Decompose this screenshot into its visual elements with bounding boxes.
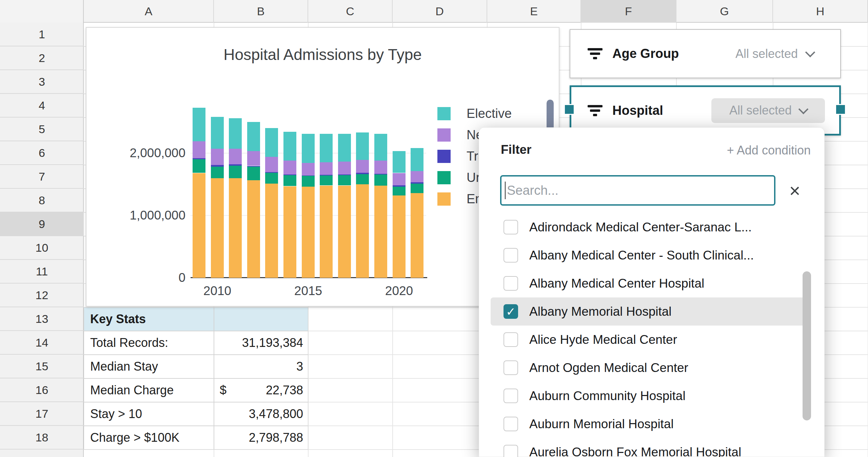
list-item[interactable]: Auburn Community Hospital: [479, 382, 825, 410]
bar-segment-urgent-2017[interactable]: [338, 175, 351, 185]
bar-segment-trauma-2017[interactable]: [338, 174, 351, 175]
bar-segment-urgent-2014[interactable]: [283, 175, 296, 186]
bar-segment-trauma-2009[interactable]: [193, 158, 205, 159]
bar-segment-newborn-2020[interactable]: [393, 173, 406, 185]
checkbox[interactable]: [504, 276, 518, 291]
row-header-2[interactable]: 2: [0, 46, 84, 70]
key-stats-value-cell[interactable]: 3: [214, 355, 308, 378]
bar-segment-newborn-2012[interactable]: [247, 151, 260, 166]
legend-item-elective[interactable]: Elective: [437, 106, 512, 121]
key-stats-value-cell[interactable]: 3,478,800: [214, 402, 308, 426]
list-item[interactable]: Arnot Ogden Medical Center: [479, 354, 825, 382]
bar-segment-trauma-2021[interactable]: [411, 182, 423, 184]
key-stats-header-cell-b[interactable]: [214, 307, 308, 331]
bar-segment-elective-2010[interactable]: [211, 117, 224, 149]
bar-segment-elective-2009[interactable]: [193, 108, 205, 141]
column-header-B[interactable]: B: [214, 0, 308, 23]
bar-segment-urgent-2012[interactable]: [247, 167, 260, 180]
checkbox[interactable]: [504, 332, 518, 347]
bar-segment-newborn-2016[interactable]: [320, 162, 333, 175]
bar-segment-newborn-2010[interactable]: [211, 149, 224, 165]
row-header-3[interactable]: 3: [0, 70, 84, 94]
bar-segment-elective-2017[interactable]: [338, 134, 351, 162]
bar-segment-emergency-2014[interactable]: [283, 186, 296, 278]
search-input[interactable]: [506, 176, 774, 204]
bar-segment-elective-2015[interactable]: [302, 134, 315, 163]
bar-segment-emergency-2020[interactable]: [393, 195, 406, 278]
bar-segment-elective-2020[interactable]: [393, 151, 406, 173]
bar-segment-newborn-2009[interactable]: [193, 141, 205, 158]
column-header-C[interactable]: C: [308, 0, 393, 23]
key-stats-value-cell[interactable]: 31,193,384: [214, 331, 308, 355]
bar-segment-newborn-2013[interactable]: [265, 157, 278, 172]
column-header-F[interactable]: F: [581, 0, 676, 23]
bar-segment-urgent-2018[interactable]: [356, 174, 369, 184]
key-stats-label-cell[interactable]: Total Records:: [84, 331, 214, 355]
select-all-corner[interactable]: [0, 0, 84, 23]
bar-segment-trauma-2013[interactable]: [265, 172, 278, 173]
bar-segment-urgent-2016[interactable]: [320, 175, 333, 185]
list-item[interactable]: Albany Medical Center - South Clinical..…: [479, 241, 825, 269]
bar-segment-emergency-2018[interactable]: [356, 184, 369, 278]
bar-segment-urgent-2009[interactable]: [193, 159, 205, 173]
row-header-1[interactable]: 1: [0, 23, 84, 46]
row-header-13[interactable]: 13: [0, 307, 84, 331]
row-header-4[interactable]: 4: [0, 94, 84, 118]
bar-segment-newborn-2019[interactable]: [374, 161, 387, 174]
checkbox[interactable]: [504, 360, 518, 375]
bar-segment-emergency-2021[interactable]: [411, 193, 423, 278]
key-stats-label-cell[interactable]: Stay > 10: [84, 402, 214, 426]
checkbox[interactable]: [504, 248, 518, 263]
list-item[interactable]: Auburn Memorial Hospital: [479, 410, 825, 438]
bar-segment-newborn-2017[interactable]: [338, 162, 351, 174]
bar-segment-urgent-2015[interactable]: [302, 176, 315, 187]
checkbox[interactable]: [504, 417, 518, 431]
row-header-9[interactable]: 9: [0, 212, 84, 236]
bar-segment-newborn-2011[interactable]: [229, 149, 242, 164]
bar-segment-emergency-2011[interactable]: [229, 178, 242, 278]
row-header-7[interactable]: 7: [0, 165, 84, 189]
column-header-A[interactable]: A: [84, 0, 214, 23]
bar-segment-trauma-2018[interactable]: [356, 173, 369, 174]
list-scrollbar-thumb[interactable]: [803, 271, 811, 420]
bar-segment-urgent-2013[interactable]: [265, 173, 278, 184]
checkbox[interactable]: ✓: [504, 304, 518, 319]
bar-segment-elective-2012[interactable]: [247, 122, 260, 151]
row-header-6[interactable]: 6: [0, 141, 84, 165]
bar-segment-emergency-2017[interactable]: [338, 186, 351, 278]
slicer-resize-handle-right[interactable]: [835, 104, 846, 115]
checkbox[interactable]: [504, 389, 518, 403]
bar-segment-urgent-2021[interactable]: [411, 184, 423, 193]
list-item[interactable]: Albany Medical Center Hospital: [479, 269, 825, 297]
column-header-G[interactable]: G: [676, 0, 773, 23]
row-header-16[interactable]: 16: [0, 378, 84, 402]
age-group-slicer[interactable]: Age Group All selected: [570, 29, 841, 78]
hospital-slicer-dropdown[interactable]: All selected: [711, 98, 825, 123]
bar-segment-urgent-2011[interactable]: [229, 166, 242, 178]
bar-segment-emergency-2012[interactable]: [247, 180, 260, 278]
column-header-H[interactable]: H: [773, 0, 868, 23]
bar-segment-elective-2013[interactable]: [265, 128, 278, 157]
bar-segment-newborn-2014[interactable]: [283, 161, 296, 174]
bar-segment-newborn-2021[interactable]: [411, 171, 423, 182]
column-header-D[interactable]: D: [393, 0, 487, 23]
clear-search-button[interactable]: ×: [783, 177, 807, 204]
checkbox[interactable]: [504, 445, 518, 457]
bar-segment-trauma-2011[interactable]: [229, 164, 242, 166]
age-group-slicer-dropdown[interactable]: All selected: [735, 47, 814, 61]
key-stats-value-cell[interactable]: $22,738: [214, 378, 308, 402]
key-stats-header-cell[interactable]: Key Stats: [84, 307, 214, 331]
bar-segment-emergency-2010[interactable]: [211, 178, 224, 278]
row-header-12[interactable]: 12: [0, 284, 84, 307]
row-header-10[interactable]: 10: [0, 236, 84, 260]
bar-segment-newborn-2015[interactable]: [302, 163, 315, 175]
row-header-11[interactable]: 11: [0, 260, 84, 284]
slicer-resize-handle-left[interactable]: [564, 104, 575, 115]
list-item[interactable]: Alice Hyde Medical Center: [479, 326, 825, 354]
bar-segment-emergency-2019[interactable]: [374, 186, 387, 278]
checkbox[interactable]: [504, 220, 518, 234]
bar-segment-trauma-2012[interactable]: [247, 166, 260, 167]
bar-segment-trauma-2019[interactable]: [374, 174, 387, 174]
row-header-8[interactable]: 8: [0, 189, 84, 212]
key-stats-label-cell[interactable]: Median Stay: [84, 355, 214, 378]
